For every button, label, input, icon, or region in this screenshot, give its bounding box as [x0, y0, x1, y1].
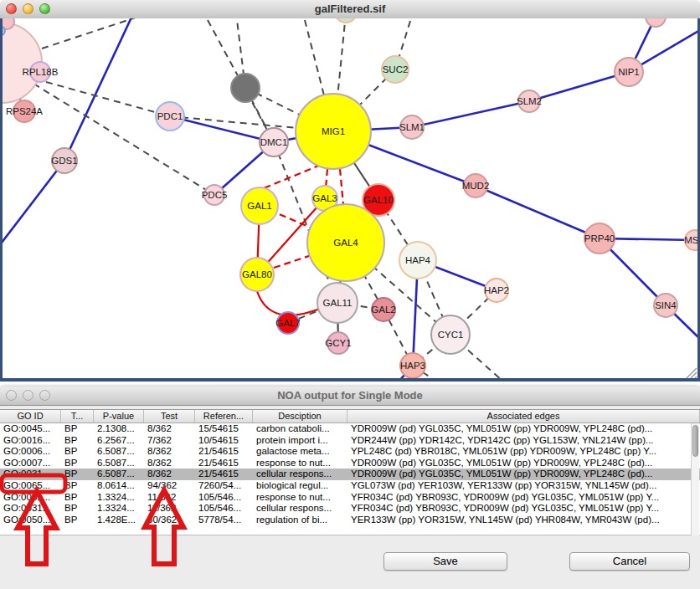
table-cell: 11/362 [144, 503, 195, 515]
table-cell: GO:0065... [0, 480, 61, 492]
node-label: PDC5 [202, 190, 228, 200]
table-row[interactable]: GO:0007...BP6.5087...8/36221/54615respon… [0, 458, 700, 469]
table-cell: YDR009W (pd) YGL035C, YML051W (pp) YDR00… [347, 469, 700, 480]
column-header-associated-edges[interactable]: Associated edges [347, 410, 700, 423]
table-cell: biological regul... [253, 480, 347, 492]
column-header-go-id[interactable]: GO ID [0, 410, 61, 423]
table-cell: BP [61, 503, 94, 515]
node-unlabeled[interactable] [231, 74, 260, 102]
table-cell: BP [61, 469, 94, 480]
node-label: GAL2 [371, 305, 395, 315]
table-cell: 7260/54... [195, 480, 253, 492]
cancel-button[interactable]: Cancel [569, 552, 690, 571]
table-cell: 8/362 [144, 469, 195, 480]
node-unlabeled[interactable] [335, 18, 357, 23]
noa-output-window: NOA output for Single Mode GO IDT...P-va… [0, 387, 700, 589]
node-label: CYC1 [438, 330, 464, 340]
node-label: PRP40 [584, 233, 615, 243]
table-cell: YDR009W (pd) YGL035C, YML051W (pp) YDR00… [347, 458, 700, 469]
table-cell: 1.428E... [94, 515, 144, 526]
node-label: MIG1 [322, 126, 345, 136]
table-cell: BP [61, 515, 94, 526]
table-row[interactable]: GO:0031...BP1.3324...11/362105/546...res… [0, 492, 700, 504]
table-cell: 21/54615 [195, 446, 253, 458]
table-cell: GO:0016... [0, 435, 61, 447]
column-header-t-[interactable]: T... [61, 410, 94, 423]
vertical-scrollbar[interactable] [691, 423, 699, 535]
table-cell: 8/362 [144, 423, 195, 435]
table-cell: GO:0050... [0, 515, 61, 526]
noa-window-titlebar[interactable]: NOA output for Single Mode [0, 387, 700, 406]
node-label: MUD2 [462, 181, 490, 191]
node-label: RPL18B [23, 67, 59, 77]
table-cell: protein import i... [253, 435, 347, 447]
table-row[interactable]: GO:0065...BP8.0614...94/3627260/54...bio… [0, 480, 700, 492]
network-window-titlebar[interactable]: galFiltered.sif [0, 0, 700, 19]
node-label: DMC1 [260, 137, 288, 147]
table-row[interactable]: GO:0050...BP1.428E...80/3625778/54...reg… [0, 515, 700, 526]
node-label: HAP3 [400, 361, 425, 371]
network-edge [170, 116, 274, 142]
table-cell: YFR034C (pd) YBR093C, YDR009W (pd) YGL03… [347, 503, 700, 515]
table-cell: YPL248C (pd) YBR018C, YML051W (pp) YDR00… [347, 446, 700, 458]
node-label: GAL3 [312, 193, 337, 203]
network-edge [529, 72, 629, 101]
node-unlabeled[interactable] [646, 18, 666, 27]
network-edge [2, 161, 64, 243]
column-header-p-value[interactable]: P-value [94, 410, 144, 423]
node-label: SUC2 [383, 64, 409, 74]
table-row[interactable]: GO:0031...BP6.5087...8/36221/54615cellul… [0, 469, 700, 480]
network-window-title: galFiltered.sif [0, 3, 700, 15]
table-row[interactable]: GO:0045...BP2.1308...8/36215/54615carbon… [0, 423, 700, 435]
node-label: PDC1 [157, 111, 183, 121]
node-label: SIN4 [655, 300, 677, 310]
node-label: HAP4 [405, 255, 431, 265]
screen: galFiltered.sif RPL18BRPS24AGDS1PDC1PDC5… [0, 0, 700, 589]
node-label: HAP2 [484, 285, 509, 295]
network-edge [33, 84, 214, 195]
column-header-referen-[interactable]: Referen... [195, 410, 253, 423]
table-cell: carbon cataboli... [253, 423, 347, 435]
table-row[interactable]: GO:0006...BP6.5087...8/36221/54615galact… [0, 446, 700, 458]
network-edge [274, 255, 311, 268]
column-header-test[interactable]: Test [144, 410, 195, 423]
network-edge [46, 82, 170, 116]
network-edge [412, 101, 529, 127]
table-cell: GO:0031... [0, 469, 61, 480]
table-cell: YDR009W (pd) YGL035C, YML051W (pp) YDR00… [347, 423, 700, 435]
table-cell: YDR244W (pp) YDR142C, YDR142C (pp) YGL15… [347, 435, 700, 447]
table-cell: 1.3324... [94, 503, 144, 515]
node-label: GAL4 [333, 238, 358, 248]
table-cell: cellular respons... [253, 469, 347, 480]
save-button[interactable]: Save [383, 552, 507, 571]
column-header-desciption[interactable]: Desciption [253, 410, 347, 423]
table-cell: GO:0031... [0, 503, 61, 515]
table-cell: 80/362 [144, 515, 195, 526]
table-row[interactable]: GO:0031...BP1.3324...11/362105/546...cel… [0, 503, 700, 515]
table-cell: 6.5087... [94, 446, 144, 458]
table-cell: response to nut... [253, 458, 347, 469]
network-canvas[interactable]: RPL18BRPS24AGDS1PDC1PDC5DMC1MIG1SUC2SLM1… [0, 18, 700, 382]
node-unlabeled[interactable] [0, 27, 5, 35]
table-cell: BP [61, 492, 94, 504]
table-cell: 105/546... [195, 503, 253, 515]
table-cell: BP [61, 480, 94, 492]
table-cell: YGL073W (pd) YER103W, YER133W (pp) YOR31… [347, 480, 700, 492]
node-label: GAL7 [275, 318, 300, 328]
table-cell: regulation of bi... [253, 515, 347, 526]
table-cell: 1.3324... [94, 492, 144, 504]
table-cell: BP [61, 423, 94, 435]
node-label: MSN [684, 235, 700, 245]
table-cell: 105/546... [195, 492, 253, 504]
node-label: GAL80 [242, 269, 272, 279]
network-edge [264, 165, 321, 188]
table-cell: cellular respons... [253, 503, 347, 515]
table-cell: galactose meta... [253, 446, 347, 458]
table-cell: 15/54615 [195, 423, 253, 435]
table-cell: 8.0614... [94, 480, 144, 492]
table-row[interactable]: GO:0016...BP6.2567...7/36210/54615protei… [0, 435, 700, 447]
node-label: GAL10 [363, 195, 394, 205]
scrollbar-thumb[interactable] [692, 425, 698, 457]
table-cell: 5778/54... [195, 515, 253, 526]
table-cell: GO:0031... [0, 492, 61, 504]
